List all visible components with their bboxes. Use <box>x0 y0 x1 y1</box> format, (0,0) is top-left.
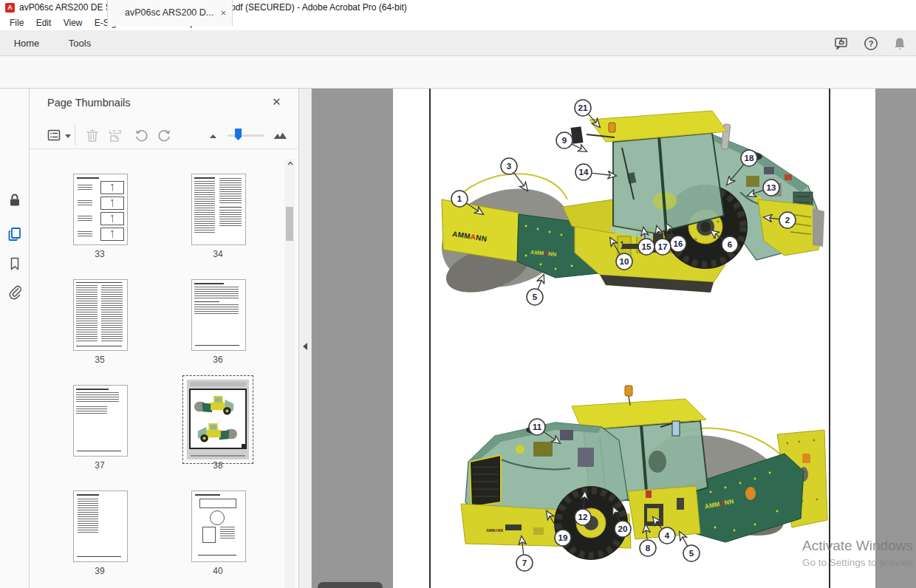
notifications-bell-icon[interactable] <box>892 35 908 52</box>
attachments-icon[interactable] <box>7 284 23 300</box>
panel-toolbar <box>30 121 299 149</box>
tab-document[interactable]: avP06sc ARS200 D... × <box>107 0 233 26</box>
main-toolbar: (42 of 262) 75% <box>0 56 916 89</box>
svg-text:AMMANN: AMMANN <box>486 528 503 533</box>
thumbnail-label: 34 <box>191 249 245 259</box>
page-content: AMMANN AMMANN <box>312 89 916 588</box>
svg-text:5: 5 <box>533 293 538 301</box>
thumbnail-page-38[interactable] <box>187 380 249 459</box>
acrobat-window: A avP06sc ARS200 DE St V T4f 3047085 220… <box>0 0 916 588</box>
thumbnails-grid: 3334353637383940 <box>30 174 284 588</box>
svg-text:10: 10 <box>620 257 629 266</box>
thumbnail-page-33[interactable] <box>73 174 128 245</box>
tab-home[interactable]: Home <box>0 30 53 56</box>
enlarge-thumbnails-icon[interactable] <box>272 127 288 143</box>
thumbnail-page-39[interactable] <box>73 490 128 562</box>
document-canvas: AMMANN AMMANN <box>312 89 916 588</box>
svg-text:5: 5 <box>689 549 694 558</box>
panel-title: Page Thumbnails <box>47 97 131 109</box>
trash-icon[interactable] <box>84 127 100 143</box>
thumbnail-page-36[interactable] <box>191 279 246 351</box>
thumbnail-page-34[interactable] <box>191 174 246 245</box>
bookmarks-icon[interactable] <box>7 256 23 272</box>
svg-text:9: 9 <box>562 136 567 145</box>
extract-page-icon[interactable] <box>107 127 123 143</box>
svg-text:4: 4 <box>665 531 670 540</box>
svg-text:3: 3 <box>507 162 511 171</box>
reduce-thumbnails-icon[interactable] <box>207 127 223 143</box>
tab-tools[interactable]: Tools <box>53 30 106 56</box>
svg-text:14: 14 <box>579 168 589 177</box>
panel-collapse-strip <box>299 89 312 588</box>
svg-text:18: 18 <box>745 154 754 163</box>
menu-edit[interactable]: Edit <box>36 16 52 30</box>
thumbnail-page-37[interactable] <box>73 385 128 457</box>
thumbnail-label: 33 <box>73 249 126 259</box>
panel-scrollbar-thumb[interactable] <box>286 207 293 241</box>
panel-toolbar-separator <box>75 125 75 146</box>
thumbnail-label: 38 <box>191 460 245 471</box>
menu-view[interactable]: View <box>64 16 83 30</box>
rotate-ccw-icon[interactable] <box>133 127 149 143</box>
menu-file[interactable]: File <box>10 16 24 30</box>
svg-text:7: 7 <box>522 558 527 567</box>
activate-windows-subtext: Go to Settings to activate Windows <box>802 557 916 568</box>
lock-icon[interactable] <box>7 192 23 208</box>
thumbnail-page-35[interactable] <box>73 279 128 351</box>
bottom-view-illustration: AMMANN <box>461 386 827 560</box>
rotate-cw-icon[interactable] <box>157 127 173 143</box>
page-thumbnails-panel: Page Thumbnails ✕ <box>30 89 299 588</box>
scroll-up-icon[interactable] <box>287 161 293 165</box>
options-menu-icon[interactable] <box>46 127 62 143</box>
svg-text:16: 16 <box>674 239 683 248</box>
floating-toolbar-edge[interactable] <box>318 582 383 588</box>
tab-strip <box>0 30 916 56</box>
svg-text:2: 2 <box>785 216 790 225</box>
document-tab-label: avP06sc ARS200 D... <box>125 0 215 26</box>
feedback-icon[interactable] <box>833 35 850 52</box>
thumbnail-size-slider-track[interactable] <box>228 134 264 137</box>
svg-text:?: ? <box>869 39 874 48</box>
thumbnail-page-40[interactable] <box>191 490 246 562</box>
thumbnail-label: 40 <box>191 566 245 576</box>
svg-text:13: 13 <box>767 183 776 192</box>
thumbnail-label: 39 <box>73 566 126 576</box>
thumbnail-label: 35 <box>73 355 126 365</box>
close-tab-icon[interactable]: × <box>220 0 226 26</box>
svg-text:11: 11 <box>533 423 542 431</box>
left-navigation-rail <box>0 89 30 588</box>
top-view-illustration: AMMANN AMMANN <box>429 111 824 303</box>
svg-text:1: 1 <box>457 194 462 203</box>
page-thumbnails-icon[interactable] <box>7 226 23 242</box>
chevron-down-icon[interactable] <box>65 134 71 138</box>
svg-text:20: 20 <box>618 524 628 533</box>
acrobat-app-icon: A <box>5 3 15 13</box>
svg-text:6: 6 <box>728 240 732 249</box>
svg-text:19: 19 <box>558 533 568 542</box>
thumbnail-label: 37 <box>73 460 126 471</box>
svg-text:17: 17 <box>658 242 668 251</box>
help-icon[interactable]: ? <box>863 35 879 52</box>
svg-text:15: 15 <box>642 242 652 251</box>
panel-close-icon[interactable]: ✕ <box>272 95 281 109</box>
svg-text:8: 8 <box>646 544 651 553</box>
thumbnail-label: 36 <box>191 355 245 365</box>
collapse-panel-icon[interactable] <box>303 343 307 350</box>
svg-text:12: 12 <box>578 513 588 522</box>
svg-text:21: 21 <box>578 103 588 112</box>
thumbnail-size-slider-handle[interactable] <box>235 129 242 140</box>
activate-windows-watermark: Activate Windows <box>802 538 913 554</box>
